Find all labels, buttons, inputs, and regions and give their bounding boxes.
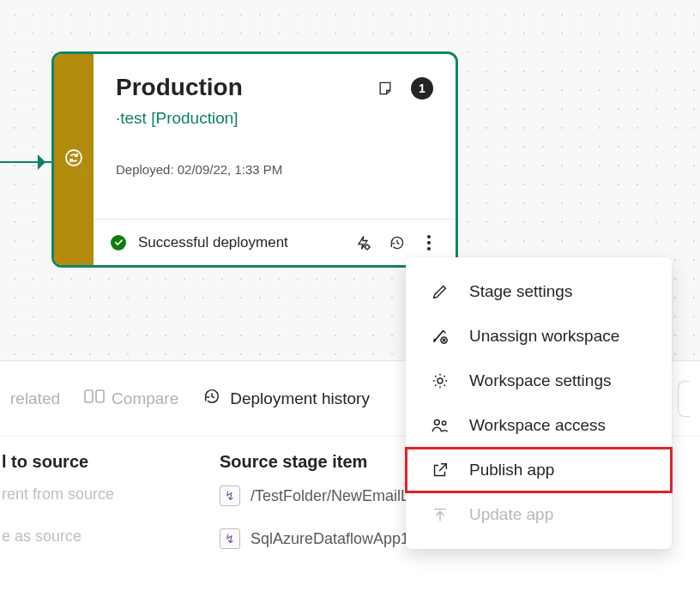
- pencil-icon: [430, 281, 450, 302]
- source-item-name: SqlAzureDataflowApp1: [250, 530, 409, 548]
- external-link-icon: [430, 460, 450, 480]
- menu-item-label: Unassign workspace: [469, 327, 619, 346]
- deployment-status-text: Successful deployment: [138, 234, 341, 251]
- stage-title: Production: [116, 73, 243, 102]
- people-icon: [430, 415, 450, 436]
- stage-context-menu: Stage settings Unassign workspace Worksp…: [406, 257, 672, 549]
- svg-point-5: [442, 421, 445, 425]
- menu-item-label: Stage settings: [469, 282, 572, 301]
- menu-item-label: Publish app: [469, 461, 554, 479]
- col1-row2: e as source: [2, 528, 220, 546]
- deployment-rules-icon[interactable]: [351, 231, 375, 255]
- gear-icon: [430, 371, 450, 391]
- dataflow-item-icon: ↯: [220, 485, 240, 506]
- svg-rect-6: [85, 390, 93, 402]
- svg-point-0: [66, 150, 81, 166]
- svg-point-4: [434, 419, 439, 425]
- more-options-button[interactable]: [419, 232, 438, 254]
- stage-subtitle: ·test [Production]: [116, 109, 433, 128]
- svg-rect-7: [96, 390, 104, 402]
- menu-item-label: Update app: [469, 505, 553, 524]
- stage-arrow: [0, 161, 51, 163]
- right-edge-control[interactable]: [678, 381, 690, 417]
- stage-card-production: Production 1 ·test [Production] Deployed…: [51, 51, 458, 268]
- svg-point-1: [365, 244, 370, 249]
- history-icon: [202, 387, 221, 410]
- sync-icon: [63, 148, 84, 172]
- menu-unassign-workspace[interactable]: Unassign workspace: [406, 314, 672, 359]
- col1-row1: rent from source: [2, 485, 220, 504]
- check-icon: [111, 235, 126, 250]
- stage-card-footer: Successful deployment: [94, 219, 456, 265]
- upload-icon: [430, 504, 450, 525]
- stage-status-stripe: [54, 54, 94, 265]
- menu-update-app: Update app: [406, 492, 672, 537]
- col1-header: l to source: [2, 452, 220, 472]
- history-icon[interactable]: [385, 231, 409, 255]
- menu-item-label: Workspace settings: [469, 371, 611, 390]
- stage-count-badge: 1: [411, 77, 433, 100]
- show-related-button[interactable]: related: [10, 389, 60, 408]
- menu-stage-settings[interactable]: Stage settings: [406, 269, 672, 314]
- menu-workspace-settings[interactable]: Workspace settings: [406, 359, 672, 403]
- dataflow-item-icon: ↯: [220, 528, 240, 549]
- stage-deployed-info: Deployed: 02/09/22, 1:33 PM: [116, 162, 433, 177]
- menu-publish-app[interactable]: Publish app: [406, 448, 672, 492]
- svg-point-3: [438, 378, 443, 383]
- source-item-name: /TestFolder/NewEmailL: [250, 487, 409, 505]
- menu-item-label: Workspace access: [469, 416, 606, 435]
- menu-workspace-access[interactable]: Workspace access: [406, 403, 672, 448]
- deployment-history-button[interactable]: Deployment history: [202, 387, 370, 410]
- stage-card-body: Production 1 ·test [Production] Deployed…: [94, 54, 456, 265]
- compare-icon: [84, 388, 105, 409]
- note-icon[interactable]: [373, 76, 397, 100]
- compare-button[interactable]: Compare: [84, 388, 178, 409]
- unassign-icon: [430, 326, 450, 347]
